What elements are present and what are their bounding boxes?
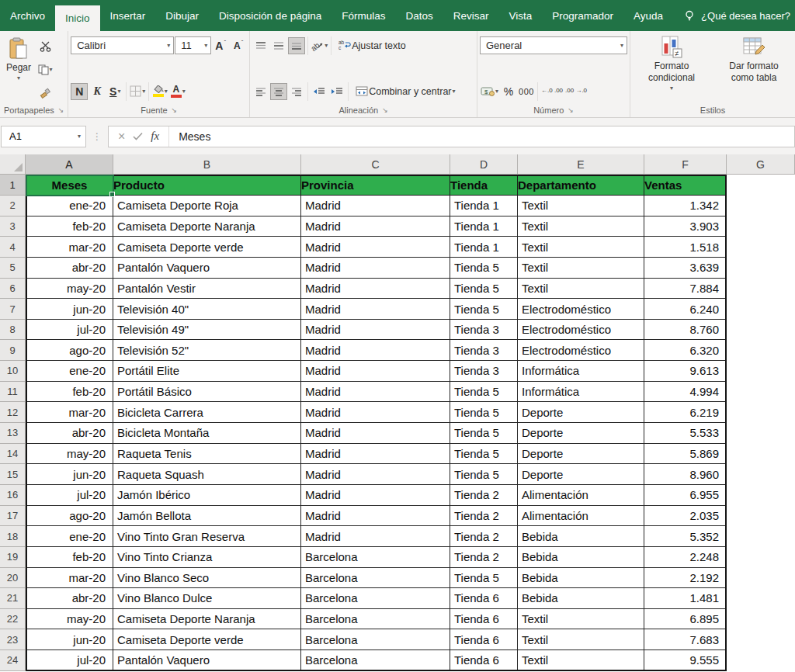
cell-A11[interactable]: feb-20 xyxy=(26,382,113,403)
increase-indent-button[interactable] xyxy=(328,83,345,100)
cell-F13[interactable]: 5.533 xyxy=(644,423,727,444)
cell-C4[interactable]: Madrid xyxy=(301,237,450,258)
font-dialog-launcher[interactable]: ↘ xyxy=(172,106,178,114)
cell-C16[interactable]: Madrid xyxy=(301,485,450,506)
cell-B7[interactable]: Televisión 40" xyxy=(113,299,301,320)
cell-A22[interactable]: may-20 xyxy=(26,609,113,630)
cell-A18[interactable]: ene-20 xyxy=(26,526,113,547)
cell-G22[interactable] xyxy=(727,609,795,630)
wrap-text-button[interactable]: ab c Ajustar texto xyxy=(334,37,410,54)
cell-C21[interactable]: Barcelona xyxy=(301,588,450,609)
cell-E11[interactable]: Informática xyxy=(518,382,644,403)
row-header-15[interactable]: 15 xyxy=(0,464,26,485)
cell-G8[interactable] xyxy=(727,320,795,341)
cell-G9[interactable] xyxy=(727,340,795,361)
cell-F15[interactable]: 8.960 xyxy=(644,464,727,485)
row-header-10[interactable]: 10 xyxy=(0,361,26,382)
merge-center-button[interactable]: Combinar y centrar ▾ xyxy=(351,83,460,100)
cell-F18[interactable]: 5.352 xyxy=(644,526,727,547)
cell-E9[interactable]: Electrodoméstico xyxy=(518,340,644,361)
cell-E23[interactable]: Textil xyxy=(518,629,644,650)
cell-B23[interactable]: Camiseta Deporte verde xyxy=(113,629,301,650)
cell-E17[interactable]: Alimentación xyxy=(518,506,644,527)
cell-D22[interactable]: Tienda 6 xyxy=(450,609,518,630)
row-header-11[interactable]: 11 xyxy=(0,382,26,403)
cell-D23[interactable]: Tienda 6 xyxy=(450,629,518,650)
cell-E12[interactable]: Deporte xyxy=(518,402,644,423)
paste-dropdown-caret[interactable]: ▾ xyxy=(17,75,20,81)
cell-C15[interactable]: Madrid xyxy=(301,464,450,485)
cell-F14[interactable]: 5.869 xyxy=(644,444,727,465)
cell-B13[interactable]: Bicicleta Montaña xyxy=(113,423,301,444)
cell-B16[interactable]: Jamón Ibérico xyxy=(113,485,301,506)
cell-C9[interactable]: Madrid xyxy=(301,340,450,361)
row-header-17[interactable]: 17 xyxy=(0,506,26,527)
row-header-4[interactable]: 4 xyxy=(0,237,26,258)
comma-style-button[interactable]: 000 xyxy=(518,83,535,100)
increase-decimal-button[interactable]: ←.0 .00 xyxy=(540,83,564,100)
number-format-combo[interactable]: General ▾ xyxy=(480,36,627,54)
cell-E13[interactable]: Deporte xyxy=(518,423,644,444)
row-header-12[interactable]: 12 xyxy=(0,402,26,423)
name-box-caret[interactable]: ▾ xyxy=(78,133,81,140)
cell-F6[interactable]: 7.884 xyxy=(644,279,727,300)
cell-D6[interactable]: Tienda 5 xyxy=(450,279,518,300)
merge-center-caret[interactable]: ▾ xyxy=(453,88,456,95)
cell-D12[interactable]: Tienda 5 xyxy=(450,402,518,423)
cell-A24[interactable]: jul-20 xyxy=(26,650,113,671)
tab-datos[interactable]: Datos xyxy=(395,0,443,31)
cell-G24[interactable] xyxy=(727,650,795,671)
font-name-combo[interactable]: Calibri ▾ xyxy=(71,36,174,54)
column-header-D[interactable]: D xyxy=(450,154,518,175)
cell-F4[interactable]: 1.518 xyxy=(644,237,727,258)
cell-E10[interactable]: Informática xyxy=(518,361,644,382)
bold-button[interactable]: N xyxy=(71,83,88,100)
cell-F5[interactable]: 3.639 xyxy=(644,258,727,279)
cell-D15[interactable]: Tienda 5 xyxy=(450,464,518,485)
cell-D24[interactable]: Tienda 6 xyxy=(450,650,518,671)
cell-D2[interactable]: Tienda 1 xyxy=(450,196,518,216)
cell-D5[interactable]: Tienda 5 xyxy=(450,258,518,279)
cell-F3[interactable]: 3.903 xyxy=(644,216,727,237)
cell-A19[interactable]: feb-20 xyxy=(26,547,113,568)
tab-programador[interactable]: Programador xyxy=(542,0,623,31)
cell-C6[interactable]: Madrid xyxy=(301,279,450,300)
row-header-3[interactable]: 3 xyxy=(0,216,26,237)
cell-E5[interactable]: Textil xyxy=(518,258,644,279)
cell-D14[interactable]: Tienda 5 xyxy=(450,444,518,465)
fill-color-caret[interactable]: ▾ xyxy=(165,88,168,95)
cell-D10[interactable]: Tienda 3 xyxy=(450,361,518,382)
accounting-format-button[interactable]: $ ▾ xyxy=(480,83,499,100)
cell-C11[interactable]: Madrid xyxy=(301,382,450,403)
cell-D20[interactable]: Tienda 5 xyxy=(450,568,518,589)
row-header-13[interactable]: 13 xyxy=(0,423,26,444)
cell-G23[interactable] xyxy=(727,629,795,650)
copy-dropdown-caret[interactable]: ▾ xyxy=(50,67,53,73)
cell-C7[interactable]: Madrid xyxy=(301,299,450,320)
tell-me-label[interactable]: ¿Qué desea hacer? xyxy=(701,10,790,22)
borders-caret[interactable]: ▾ xyxy=(142,88,145,95)
decrease-decimal-button[interactable]: .00 →.0 xyxy=(564,83,588,100)
cell-F8[interactable]: 8.760 xyxy=(644,320,727,341)
row-header-5[interactable]: 5 xyxy=(0,258,26,279)
cell-C22[interactable]: Barcelona xyxy=(301,609,450,630)
cell-F12[interactable]: 6.219 xyxy=(644,402,727,423)
column-header-E[interactable]: E xyxy=(518,154,644,175)
cell-G13[interactable] xyxy=(727,423,795,444)
cell-C13[interactable]: Madrid xyxy=(301,423,450,444)
cell-B20[interactable]: Vino Blanco Seco xyxy=(113,568,301,589)
cell-F16[interactable]: 6.955 xyxy=(644,485,727,506)
cell-E1[interactable]: Departamento xyxy=(518,175,644,196)
cell-D1[interactable]: Tienda xyxy=(450,175,518,196)
decrease-indent-button[interactable] xyxy=(311,83,328,100)
cell-G5[interactable] xyxy=(727,258,795,279)
cell-G21[interactable] xyxy=(727,588,795,609)
row-header-14[interactable]: 14 xyxy=(0,444,26,465)
cell-F17[interactable]: 2.035 xyxy=(644,506,727,527)
cell-E21[interactable]: Bebida xyxy=(518,588,644,609)
cell-A12[interactable]: mar-20 xyxy=(26,402,113,423)
cell-E7[interactable]: Electrodoméstico xyxy=(518,299,644,320)
cell-B8[interactable]: Televisión 49" xyxy=(113,320,301,341)
cell-A8[interactable]: jul-20 xyxy=(26,320,113,341)
format-painter-button[interactable] xyxy=(36,85,54,102)
